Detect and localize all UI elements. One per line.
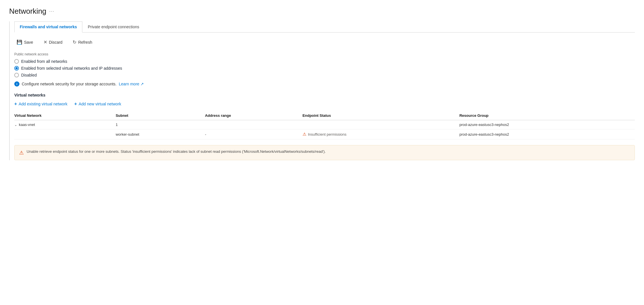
content-area: Firewalls and virtual networks Private e… xyxy=(9,21,635,160)
save-button[interactable]: 💾 Save xyxy=(14,38,35,46)
add-existing-vnet-link[interactable]: + Add existing virtual network xyxy=(14,101,67,107)
radio-circle-selected xyxy=(14,66,19,71)
save-icon: 💾 xyxy=(17,39,22,45)
add-new-vnet-link[interactable]: + Add new virtual network xyxy=(74,101,121,107)
vnet-table: Virtual Network Subnet Address range End… xyxy=(14,111,635,139)
discard-button[interactable]: ✕ Discard xyxy=(41,38,65,46)
endpoint-status-cell-2: ⚠ Insufficient permissions xyxy=(303,129,460,139)
plus-icon-existing: + xyxy=(14,101,17,107)
tab-bar: Firewalls and virtual networks Private e… xyxy=(14,21,635,33)
radio-circle-disabled xyxy=(14,73,19,77)
radio-disabled[interactable]: Disabled xyxy=(14,73,635,77)
table-row: worker-subnet - ⚠ Insufficient permissio… xyxy=(14,129,635,139)
table-row: ⌄ kaas-vnet 1 prod-azure-eastusc3-nephos… xyxy=(14,120,635,129)
vnet-name-cell-2 xyxy=(14,129,116,139)
col-subnet: Subnet xyxy=(116,111,205,120)
col-endpoint-status: Endpoint Status xyxy=(303,111,460,120)
address-range-cell xyxy=(205,120,303,129)
col-address: Address range xyxy=(205,111,303,120)
resource-group-cell-2: prod-azure-eastusc3-nephos2 xyxy=(459,129,635,139)
title-text: Networking xyxy=(9,7,46,16)
chevron-down-icon[interactable]: ⌄ xyxy=(14,123,17,127)
resource-group-cell: prod-azure-eastusc3-nephos2 xyxy=(459,120,635,129)
radio-all-networks[interactable]: Enabled from all networks xyxy=(14,59,635,64)
tab-firewalls[interactable]: Firewalls and virtual networks xyxy=(14,21,82,33)
warning-text: Unable retrieve endpoint status for one … xyxy=(27,149,326,154)
subnet-count-cell: 1 xyxy=(116,120,205,129)
action-bar: + Add existing virtual network + Add new… xyxy=(14,101,635,107)
toolbar: 💾 Save ✕ Discard ↻ Refresh xyxy=(14,38,635,46)
warning-banner: ⚠ Unable retrieve endpoint status for on… xyxy=(14,145,635,160)
ellipsis-icon[interactable]: ··· xyxy=(49,8,54,14)
refresh-button[interactable]: ↻ Refresh xyxy=(70,38,94,46)
radio-group: Enabled from all networks Enabled from s… xyxy=(14,59,635,77)
radio-selected-networks[interactable]: Enabled from selected virtual networks a… xyxy=(14,66,635,71)
info-text: Configure network security for your stor… xyxy=(22,82,117,86)
table-header-row: Virtual Network Subnet Address range End… xyxy=(14,111,635,120)
refresh-icon: ↻ xyxy=(73,39,76,45)
endpoint-status-cell xyxy=(303,120,460,129)
vnet-name-cell: ⌄ kaas-vnet xyxy=(14,120,116,129)
public-network-label: Public network access xyxy=(14,52,635,56)
subnet-name-cell: worker-subnet xyxy=(116,129,205,139)
info-icon: i xyxy=(14,81,19,87)
info-row: i Configure network security for your st… xyxy=(14,81,635,87)
radio-circle-all xyxy=(14,59,19,64)
discard-icon: ✕ xyxy=(43,39,47,45)
external-link-icon: ↗ xyxy=(140,82,144,86)
page-title: Networking ··· xyxy=(9,7,635,16)
address-range-cell-2: - xyxy=(205,129,303,139)
tab-private-endpoints[interactable]: Private endpoint connections xyxy=(82,21,145,33)
learn-more-link[interactable]: Learn more ↗ xyxy=(119,82,144,86)
warning-triangle-icon: ⚠ xyxy=(303,132,306,137)
warning-banner-icon: ⚠ xyxy=(19,150,24,156)
virtual-networks-title: Virtual networks xyxy=(14,93,635,97)
col-vnet: Virtual Network xyxy=(14,111,116,120)
plus-icon-new: + xyxy=(74,101,77,107)
col-resource-group: Resource Group xyxy=(459,111,635,120)
